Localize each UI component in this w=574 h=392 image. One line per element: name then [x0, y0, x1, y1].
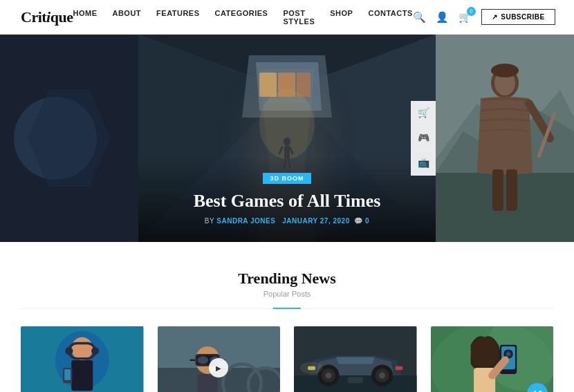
nav-shop[interactable]: SHOP — [330, 9, 353, 26]
svg-point-32 — [284, 138, 290, 146]
svg-point-10 — [37, 194, 39, 196]
svg-point-62 — [65, 347, 73, 355]
hero-slide-right — [436, 35, 574, 242]
hero-author: SANDRA JONES — [216, 217, 275, 225]
svg-point-59 — [71, 337, 93, 360]
hero-tag: 3D BOOM — [263, 173, 311, 184]
svg-point-5 — [61, 191, 64, 194]
svg-rect-41 — [297, 73, 311, 97]
hero-date: JANUARY 27, 2020 — [282, 217, 350, 225]
section-title: Trending News — [21, 270, 553, 288]
nav-features[interactable]: FEATURES — [156, 9, 199, 26]
svg-point-1 — [14, 83, 124, 194]
svg-point-3 — [40, 185, 43, 188]
svg-rect-80 — [348, 377, 363, 383]
nav-about[interactable]: ABOUT — [112, 9, 141, 26]
card-2-play-btn[interactable]: ▶ — [209, 358, 228, 377]
svg-line-19 — [38, 104, 57, 124]
main-nav: HOME ABOUT FEATURES CATEGORIES POST STYL… — [73, 9, 412, 26]
hero-slider: 3D BOOM Best Games of All Times BY SANDR… — [0, 35, 574, 242]
hero-left-image — [0, 35, 138, 242]
section-header: Trending News Popular Posts — [21, 270, 553, 298]
svg-rect-22 — [58, 145, 68, 187]
svg-point-15 — [89, 198, 91, 200]
cart-icon[interactable]: 🛒 0 — [459, 11, 472, 24]
hero-right-image — [436, 35, 574, 242]
nav-post-styles[interactable]: POST STYLES — [283, 9, 315, 26]
section-divider — [21, 308, 553, 309]
side-tv-icon[interactable]: 📺 — [411, 151, 436, 176]
svg-point-11 — [48, 198, 50, 200]
svg-rect-60 — [71, 360, 93, 391]
svg-point-99 — [506, 353, 509, 355]
section-subtitle: Popular Posts — [21, 290, 553, 298]
hero-slide-center: 3D BOOM Best Games of All Times BY SANDR… — [138, 35, 436, 242]
hero-slide-left — [0, 35, 138, 242]
hero-overlay: 3D BOOM Best Games of All Times BY SANDR… — [138, 157, 436, 242]
header-actions: 🔍 👤 🛒 0 ↗ SUBSCRIBE — [413, 9, 555, 25]
card-1: MULTIPLAYER Gadgets You Must Try in 2022… — [21, 326, 144, 392]
svg-point-16 — [100, 194, 102, 196]
search-icon[interactable]: 🔍 — [413, 11, 426, 24]
svg-rect-18 — [57, 100, 82, 149]
svg-rect-56 — [506, 169, 517, 211]
svg-rect-88 — [395, 366, 402, 371]
header: Critique HOME ABOUT FEATURES CATEGORIES … — [0, 0, 574, 35]
user-icon[interactable]: 👤 — [436, 11, 449, 24]
side-action-icons: 🛒 🎮 📺 — [411, 101, 436, 176]
side-game-icon[interactable]: 🎮 — [411, 126, 436, 151]
card-2: ▶ MULTIPLAYER Trending VR Games in the U… — [158, 326, 281, 392]
card-1-image[interactable] — [21, 326, 144, 392]
svg-point-7 — [82, 191, 84, 194]
card-3-image[interactable] — [294, 326, 417, 392]
svg-point-63 — [91, 347, 99, 355]
svg-line-20 — [82, 90, 100, 104]
svg-rect-21 — [84, 66, 108, 104]
svg-rect-55 — [492, 169, 503, 211]
hero-comments: 0 — [365, 217, 369, 225]
svg-line-35 — [290, 147, 293, 153]
card-2-image[interactable]: ▶ — [158, 326, 281, 392]
svg-point-6 — [71, 192, 74, 194]
svg-point-86 — [379, 373, 385, 379]
svg-point-2 — [28, 97, 111, 180]
subscribe-button[interactable]: ↗ SUBSCRIBE — [481, 9, 555, 25]
svg-point-8 — [92, 189, 95, 192]
svg-line-34 — [279, 147, 282, 153]
svg-rect-0 — [0, 35, 138, 242]
svg-point-14 — [79, 200, 81, 202]
cards-grid: MULTIPLAYER Gadgets You Must Try in 2022… — [21, 326, 553, 392]
side-cart-icon[interactable]: 🛒 — [411, 101, 436, 126]
svg-point-73 — [197, 356, 208, 364]
trending-section: Trending News Popular Posts — [0, 242, 574, 392]
card-4-image[interactable]: 4.2 — [431, 326, 554, 392]
svg-rect-23 — [70, 145, 80, 187]
svg-point-52 — [491, 64, 519, 77]
svg-point-13 — [68, 200, 71, 203]
svg-point-17 — [57, 73, 82, 100]
svg-point-89 — [300, 362, 323, 374]
subscribe-arrow-icon: ↗ — [492, 13, 498, 21]
svg-point-9 — [102, 185, 105, 188]
nav-contacts[interactable]: CONTACTS — [368, 9, 412, 26]
svg-point-4 — [50, 189, 53, 192]
nav-home[interactable]: HOME — [73, 9, 97, 26]
card-4: 4.2 MULTIPLAYER Top 10 Mobile Games Toda… — [431, 326, 554, 392]
nav-categories[interactable]: CATEGORIES — [215, 9, 268, 26]
svg-rect-40 — [278, 73, 295, 97]
svg-rect-65 — [64, 369, 71, 380]
hero-title: Best Games of All Times — [159, 191, 415, 212]
card-3: MULTIPLAYER Ride or Die: Top Vehicles 20… — [294, 326, 417, 392]
logo[interactable]: Critique — [21, 8, 73, 26]
svg-point-12 — [58, 200, 60, 202]
hero-meta: BY SANDRA JONES JANUARY 27, 2020 💬 0 — [159, 217, 415, 225]
cart-badge: 0 — [467, 7, 476, 16]
svg-point-83 — [325, 373, 331, 379]
